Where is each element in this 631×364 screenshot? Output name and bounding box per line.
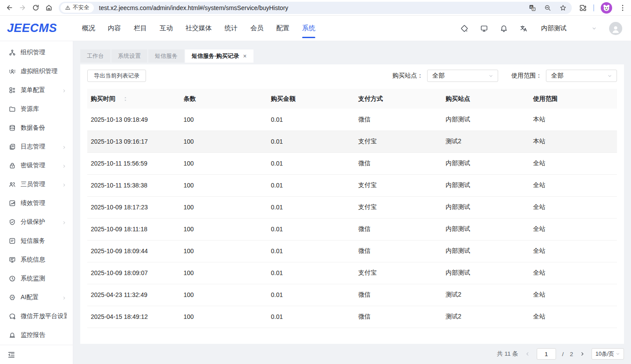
table-cell: 内部测试 xyxy=(442,218,529,240)
filter-select-usage-scope[interactable]: 全部 xyxy=(546,70,617,82)
nav-item-overview[interactable]: 概况 xyxy=(82,16,95,41)
table-cell: 0.01 xyxy=(267,174,355,196)
column-header: 购买站点 xyxy=(442,89,529,109)
sidebar-item-sms-service[interactable]: 短信服务 xyxy=(0,231,73,250)
table-row[interactable]: 2025-04-15 18:49:121000.01微信测试2全站 xyxy=(87,306,617,328)
table-row[interactable]: 2025-10-09 18:11:181000.01微信内部测试全站 xyxy=(87,218,617,240)
table-cell: 2025-10-13 09:16:17 xyxy=(87,131,180,152)
chevron-right-icon xyxy=(62,144,67,149)
sidebar-item-performance-management[interactable]: 绩效管理 xyxy=(0,194,73,212)
column-header-label: 购买金额 xyxy=(271,95,296,103)
sidebar-item-menu-config[interactable]: 菜单配置 xyxy=(0,81,73,99)
sidebar-item-ai-config[interactable]: AIAI配置 xyxy=(0,288,73,307)
tab-workbench[interactable]: 工作台 xyxy=(80,49,111,63)
total-count-label: 共 11 条 xyxy=(497,350,518,358)
column-header[interactable]: 购买时间 xyxy=(87,89,180,109)
page-number-input[interactable]: 1 xyxy=(537,348,556,360)
sidebar-item-virtual-org-management[interactable]: 虚拟组织管理 xyxy=(0,62,73,81)
database-icon xyxy=(9,124,16,131)
sidebar-item-resource-library[interactable]: 资源库 xyxy=(0,99,73,118)
table-cell: 微信 xyxy=(355,306,442,328)
user-avatar[interactable] xyxy=(609,22,622,35)
column-header-label: 购买时间 xyxy=(91,95,115,103)
table-row[interactable]: 2025-10-09 18:09:071000.01支付宝内部测试全站 xyxy=(87,262,617,284)
export-button[interactable]: 导出当前列表记录 xyxy=(87,70,146,82)
nav-item-system[interactable]: 系统 xyxy=(302,16,315,41)
chevron-right-icon xyxy=(62,182,67,187)
buy-history-table: 购买时间条数购买金额支付方式购买站点使用范围 2025-10-13 09:18:… xyxy=(87,89,617,328)
filter-select-buy-site[interactable]: 全部 xyxy=(427,70,498,82)
table-row[interactable]: 2025-04-23 11:32:491000.01微信测试2全站 xyxy=(87,284,617,306)
table-cell: 内部测试 xyxy=(442,262,529,284)
sidebar-item-three-admin-management[interactable]: 三员管理 xyxy=(0,175,73,194)
nav-item-statistics[interactable]: 统计 xyxy=(225,16,238,41)
toolbar-divider xyxy=(593,4,594,11)
notification-bell-icon[interactable] xyxy=(500,25,508,32)
table-cell: 全站 xyxy=(530,306,617,328)
table-cell: 支付宝 xyxy=(355,174,442,196)
tab-system-settings[interactable]: 系统设置 xyxy=(111,49,147,63)
table-row[interactable]: 2025-10-11 15:56:591000.01微信内部测试全站 xyxy=(87,152,617,174)
close-icon[interactable]: × xyxy=(243,53,246,59)
main-content: 工作台系统设置短信服务短信服务-购买记录× 导出当前列表记录 购买站点：全部使用… xyxy=(73,41,631,364)
table-row[interactable]: 2025-10-09 18:17:231000.01支付宝内部测试全站 xyxy=(87,196,617,218)
sidebar-item-monitoring-report[interactable]: 监控报告 xyxy=(0,325,73,344)
browser-menu-icon[interactable] xyxy=(619,4,627,12)
prev-page-icon[interactable] xyxy=(524,351,531,357)
browser-back-icon[interactable] xyxy=(3,1,16,14)
sidebar-item-label: 绩效管理 xyxy=(21,199,67,207)
table-row[interactable]: 2025-10-09 18:09:441000.01微信内部测试全站 xyxy=(87,240,617,262)
sidebar-item-wechat-open-platform[interactable]: 微信开放平台设置 xyxy=(0,307,73,325)
sidebar-item-data-backup[interactable]: 数据备份 xyxy=(0,118,73,137)
sidebar-item-security-level-management[interactable]: 密级管理 xyxy=(0,156,73,175)
table-cell: 2025-10-09 18:09:44 xyxy=(87,240,180,262)
tab-sms-buy-history[interactable]: 短信服务-购买记录× xyxy=(185,49,253,63)
zoom-out-icon[interactable] xyxy=(544,4,551,11)
sidebar-item-system-monitor[interactable]: 系统监测 xyxy=(0,269,73,288)
language-translate-icon[interactable] xyxy=(520,25,528,32)
table-cell: 2025-04-15 18:49:12 xyxy=(87,306,180,328)
nav-item-columns[interactable]: 栏目 xyxy=(134,16,147,41)
sidebar-item-log-management[interactable]: 日志管理 xyxy=(0,137,73,156)
nav-item-interaction[interactable]: 互动 xyxy=(160,16,173,41)
nav-item-content[interactable]: 内容 xyxy=(108,16,121,41)
table-row[interactable]: 2025-10-13 09:18:491000.01微信内部测试本站 xyxy=(87,109,617,131)
chevron-right-icon xyxy=(62,88,67,92)
address-bar[interactable]: 不安全 test.x2.jeecms.com/admin/index.html#… xyxy=(59,2,572,14)
next-page-icon[interactable] xyxy=(579,351,585,357)
site-switcher[interactable]: 内部测试 xyxy=(541,24,597,32)
clear-cache-icon[interactable] xyxy=(460,25,468,32)
preview-monitor-icon[interactable] xyxy=(480,25,488,32)
menu-config-icon xyxy=(9,87,16,94)
nav-item-social-media[interactable]: 社交媒体 xyxy=(185,16,212,41)
nav-item-members[interactable]: 会员 xyxy=(250,16,264,41)
translate-page-icon[interactable]: G文 xyxy=(529,4,536,11)
collapse-sidebar-icon[interactable] xyxy=(7,351,15,359)
filter-label: 购买站点： xyxy=(392,72,423,80)
table-cell: 0.01 xyxy=(267,131,355,152)
table-row[interactable]: 2025-10-13 09:16:171000.01支付宝测试2本站 xyxy=(87,131,617,152)
tab-label: 短信服务 xyxy=(155,52,178,60)
nav-item-config[interactable]: 配置 xyxy=(276,16,289,41)
sidebar-item-graded-protection[interactable]: 分级保护 xyxy=(0,212,73,231)
browser-profile-avatar[interactable] xyxy=(601,2,612,14)
org-icon xyxy=(9,49,16,56)
sidebar-item-system-info[interactable]: 系统信息 xyxy=(0,250,73,269)
sidebar-item-org-management[interactable]: 组织管理 xyxy=(0,43,73,62)
extensions-icon[interactable] xyxy=(579,4,587,12)
table-row[interactable]: 2025-10-11 15:38:381000.01支付宝内部测试全站 xyxy=(87,174,617,196)
tab-label: 短信服务-购买记录 xyxy=(192,52,239,60)
table-cell: 内部测试 xyxy=(442,174,529,196)
page-size-select[interactable]: 10条/页 xyxy=(592,348,624,360)
browser-home-icon[interactable] xyxy=(42,1,55,14)
tab-sms-service[interactable]: 短信服务 xyxy=(148,49,184,63)
url-text: test.x2.jeecms.com/admin/index.html#/sys… xyxy=(99,4,529,11)
bookmark-star-icon[interactable] xyxy=(560,4,567,11)
jeecms-logo[interactable]: JEECMS xyxy=(7,21,66,35)
table-cell: 0.01 xyxy=(267,262,355,284)
sort-icon[interactable] xyxy=(122,96,128,102)
site-security-chip[interactable]: 不安全 xyxy=(61,3,94,13)
table-cell: 内部测试 xyxy=(442,109,529,131)
table-cell: 本站 xyxy=(530,109,617,131)
browser-reload-icon[interactable] xyxy=(29,1,42,14)
